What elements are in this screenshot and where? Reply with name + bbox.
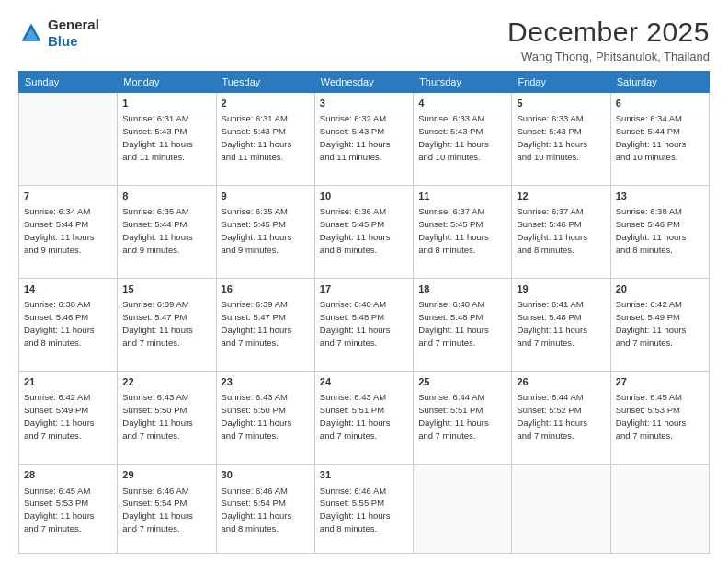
day-number: 26 xyxy=(517,375,605,389)
day-number: 1 xyxy=(122,97,210,110)
day-number: 18 xyxy=(418,282,506,296)
logo-general-text: General xyxy=(48,17,99,32)
table-row: 20Sunrise: 6:42 AMSunset: 5:49 PMDayligh… xyxy=(610,279,709,372)
cell-text: Sunrise: 6:42 AMSunset: 5:49 PMDaylight:… xyxy=(24,391,112,442)
day-number: 30 xyxy=(222,468,310,482)
day-number: 8 xyxy=(122,190,210,203)
day-number: 4 xyxy=(418,97,506,110)
day-number: 27 xyxy=(616,375,704,389)
table-row: 25Sunrise: 6:44 AMSunset: 5:51 PMDayligh… xyxy=(414,372,512,465)
day-number: 2 xyxy=(222,97,310,110)
cell-text: Sunrise: 6:35 AMSunset: 5:45 PMDaylight:… xyxy=(222,205,310,256)
cell-text: Sunrise: 6:40 AMSunset: 5:48 PMDaylight:… xyxy=(320,298,408,349)
table-row: 24Sunrise: 6:43 AMSunset: 5:51 PMDayligh… xyxy=(314,372,413,465)
day-number: 6 xyxy=(616,97,704,110)
table-row: 30Sunrise: 6:46 AMSunset: 5:54 PMDayligh… xyxy=(216,465,314,554)
table-row: 9Sunrise: 6:35 AMSunset: 5:45 PMDaylight… xyxy=(216,186,314,279)
day-number: 3 xyxy=(320,97,408,110)
cell-text: Sunrise: 6:37 AMSunset: 5:46 PMDaylight:… xyxy=(517,205,605,256)
logo-blue-text: Blue xyxy=(48,33,78,49)
cell-text: Sunrise: 6:32 AMSunset: 5:43 PMDaylight:… xyxy=(320,112,408,163)
day-number: 14 xyxy=(24,282,112,296)
cell-text: Sunrise: 6:34 AMSunset: 5:44 PMDaylight:… xyxy=(24,205,112,256)
table-row: 27Sunrise: 6:45 AMSunset: 5:53 PMDayligh… xyxy=(610,372,709,465)
day-number: 9 xyxy=(222,190,310,203)
col-tuesday: Tuesday xyxy=(216,72,314,93)
day-number: 17 xyxy=(320,282,408,296)
cell-text: Sunrise: 6:41 AMSunset: 5:48 PMDaylight:… xyxy=(517,298,605,349)
cell-text: Sunrise: 6:43 AMSunset: 5:50 PMDaylight:… xyxy=(222,391,310,442)
table-row: 7Sunrise: 6:34 AMSunset: 5:44 PMDaylight… xyxy=(19,186,118,279)
table-row: 11Sunrise: 6:37 AMSunset: 5:45 PMDayligh… xyxy=(414,186,512,279)
table-row: 15Sunrise: 6:39 AMSunset: 5:47 PMDayligh… xyxy=(118,279,216,372)
col-monday: Monday xyxy=(118,72,216,93)
cell-text: Sunrise: 6:43 AMSunset: 5:51 PMDaylight:… xyxy=(320,391,408,442)
day-number: 25 xyxy=(418,375,506,389)
cell-text: Sunrise: 6:31 AMSunset: 5:43 PMDaylight:… xyxy=(222,112,310,163)
table-row: 1Sunrise: 6:31 AMSunset: 5:43 PMDaylight… xyxy=(118,93,216,186)
table-row: 8Sunrise: 6:35 AMSunset: 5:44 PMDaylight… xyxy=(118,186,216,279)
cell-text: Sunrise: 6:46 AMSunset: 5:54 PMDaylight:… xyxy=(122,485,210,535)
cell-text: Sunrise: 6:45 AMSunset: 5:53 PMDaylight:… xyxy=(616,391,704,442)
day-number: 23 xyxy=(222,375,310,389)
table-row xyxy=(19,93,118,186)
cell-text: Sunrise: 6:45 AMSunset: 5:53 PMDaylight:… xyxy=(24,485,112,535)
table-row: 17Sunrise: 6:40 AMSunset: 5:48 PMDayligh… xyxy=(314,279,413,372)
month-title: December 2025 xyxy=(507,17,710,48)
table-row: 29Sunrise: 6:46 AMSunset: 5:54 PMDayligh… xyxy=(118,465,216,554)
col-thursday: Thursday xyxy=(414,72,512,93)
cell-text: Sunrise: 6:31 AMSunset: 5:43 PMDaylight:… xyxy=(122,112,210,163)
day-number: 21 xyxy=(24,375,112,389)
table-row: 4Sunrise: 6:33 AMSunset: 5:43 PMDaylight… xyxy=(414,93,512,186)
day-number: 10 xyxy=(320,190,408,203)
col-friday: Friday xyxy=(512,72,610,93)
day-number: 16 xyxy=(222,282,310,296)
cell-text: Sunrise: 6:39 AMSunset: 5:47 PMDaylight:… xyxy=(222,298,310,349)
day-number: 15 xyxy=(122,282,210,296)
col-sunday: Sunday xyxy=(19,72,118,93)
logo-icon xyxy=(18,20,44,46)
table-row: 23Sunrise: 6:43 AMSunset: 5:50 PMDayligh… xyxy=(216,372,314,465)
table-row: 13Sunrise: 6:38 AMSunset: 5:46 PMDayligh… xyxy=(610,186,709,279)
table-row xyxy=(414,465,512,554)
day-number: 24 xyxy=(320,375,408,389)
table-row: 19Sunrise: 6:41 AMSunset: 5:48 PMDayligh… xyxy=(512,279,610,372)
cell-text: Sunrise: 6:39 AMSunset: 5:47 PMDaylight:… xyxy=(122,298,210,349)
cell-text: Sunrise: 6:38 AMSunset: 5:46 PMDaylight:… xyxy=(616,205,704,256)
table-row: 28Sunrise: 6:45 AMSunset: 5:53 PMDayligh… xyxy=(19,465,118,554)
table-row: 6Sunrise: 6:34 AMSunset: 5:44 PMDaylight… xyxy=(610,93,709,186)
cell-text: Sunrise: 6:42 AMSunset: 5:49 PMDaylight:… xyxy=(616,298,704,349)
table-row: 5Sunrise: 6:33 AMSunset: 5:43 PMDaylight… xyxy=(512,93,610,186)
cell-text: Sunrise: 6:33 AMSunset: 5:43 PMDaylight:… xyxy=(517,112,605,163)
table-row: 3Sunrise: 6:32 AMSunset: 5:43 PMDaylight… xyxy=(314,93,413,186)
cell-text: Sunrise: 6:36 AMSunset: 5:45 PMDaylight:… xyxy=(320,205,408,256)
table-row: 14Sunrise: 6:38 AMSunset: 5:46 PMDayligh… xyxy=(19,279,118,372)
table-row: 16Sunrise: 6:39 AMSunset: 5:47 PMDayligh… xyxy=(216,279,314,372)
table-row xyxy=(512,465,610,554)
day-number: 11 xyxy=(418,190,506,203)
calendar-table: Sunday Monday Tuesday Wednesday Thursday… xyxy=(18,71,710,554)
cell-text: Sunrise: 6:37 AMSunset: 5:45 PMDaylight:… xyxy=(418,205,506,256)
cell-text: Sunrise: 6:46 AMSunset: 5:55 PMDaylight:… xyxy=(320,485,408,535)
cell-text: Sunrise: 6:34 AMSunset: 5:44 PMDaylight:… xyxy=(616,112,704,163)
table-row: 31Sunrise: 6:46 AMSunset: 5:55 PMDayligh… xyxy=(314,465,413,554)
header: General Blue December 2025 Wang Thong, P… xyxy=(18,17,710,63)
logo: General Blue xyxy=(18,17,99,50)
day-number: 19 xyxy=(517,282,605,296)
day-number: 7 xyxy=(24,190,112,203)
calendar-page: General Blue December 2025 Wang Thong, P… xyxy=(0,0,728,563)
day-number: 12 xyxy=(517,190,605,203)
location: Wang Thong, Phitsanulok, Thailand xyxy=(507,50,710,63)
table-row: 21Sunrise: 6:42 AMSunset: 5:49 PMDayligh… xyxy=(19,372,118,465)
cell-text: Sunrise: 6:33 AMSunset: 5:43 PMDaylight:… xyxy=(418,112,506,163)
cell-text: Sunrise: 6:38 AMSunset: 5:46 PMDaylight:… xyxy=(24,298,112,349)
table-row: 18Sunrise: 6:40 AMSunset: 5:48 PMDayligh… xyxy=(414,279,512,372)
day-number: 13 xyxy=(616,190,704,203)
day-number: 5 xyxy=(517,97,605,110)
cell-text: Sunrise: 6:40 AMSunset: 5:48 PMDaylight:… xyxy=(418,298,506,349)
table-row xyxy=(610,465,709,554)
col-saturday: Saturday xyxy=(610,72,709,93)
table-row: 22Sunrise: 6:43 AMSunset: 5:50 PMDayligh… xyxy=(118,372,216,465)
day-number: 31 xyxy=(320,468,408,482)
table-row: 26Sunrise: 6:44 AMSunset: 5:52 PMDayligh… xyxy=(512,372,610,465)
